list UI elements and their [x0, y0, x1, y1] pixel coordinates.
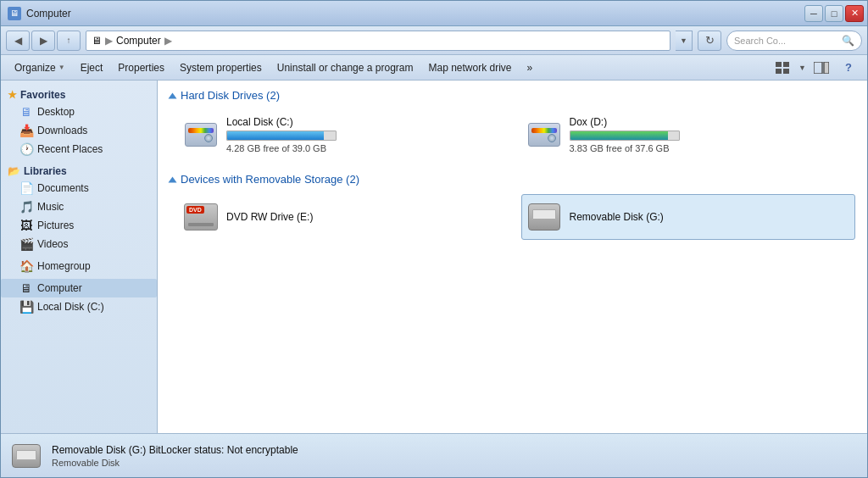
homegroup-icon: 🏠 — [19, 259, 33, 273]
window-title: Computer — [26, 8, 71, 19]
more-label: » — [527, 62, 533, 74]
search-icon[interactable]: 🔍 — [842, 35, 854, 47]
back-button[interactable]: ◀ — [6, 31, 30, 51]
svg-rect-2 — [776, 69, 782, 74]
hdd-circle-c — [204, 134, 213, 142]
close-button[interactable]: ✕ — [845, 5, 864, 22]
map-network-button[interactable]: Map network drive — [421, 58, 518, 78]
local-disk-c-item[interactable]: Local Disk (C:) 4.28 GB free of 39.0 GB — [178, 110, 513, 159]
view-options-button[interactable] — [771, 58, 795, 78]
documents-icon: 📄 — [19, 181, 33, 195]
organize-label: Organize — [14, 62, 56, 74]
favorites-star-icon: ★ — [8, 89, 17, 101]
sidebar-item-label-documents: Documents — [37, 182, 89, 194]
libraries-section: 📂 Libraries 📄 Documents 🎵 Music 🖼 Pictur… — [1, 162, 157, 253]
eject-label: Eject — [81, 62, 103, 74]
dox-d-item[interactable]: Dox (D:) 3.83 GB free of 37.6 GB — [521, 110, 856, 159]
window: 🖥 Computer ─ □ ✕ ◀ ▶ ↑ 🖥 ▶ Computer ▶ ▼ … — [0, 0, 868, 478]
path-text: Computer — [116, 35, 161, 47]
sidebar-item-documents[interactable]: 📄 Documents — [1, 179, 157, 197]
address-bar: ◀ ▶ ↑ 🖥 ▶ Computer ▶ ▼ ↻ Search Co... 🔍 — [1, 26, 867, 55]
sidebar-item-label-videos: Videos — [37, 238, 68, 250]
sidebar-item-label-desktop: Desktop — [37, 106, 75, 118]
local-disk-c-bar-bg — [226, 131, 337, 141]
forward-button[interactable]: ▶ — [31, 31, 55, 51]
uninstall-button[interactable]: Uninstall or change a program — [270, 58, 420, 78]
sidebar-item-local-disk-c[interactable]: 💾 Local Disk (C:) — [1, 297, 157, 316]
dox-d-info: Dox (D:) 3.83 GB free of 37.6 GB — [570, 116, 680, 153]
search-box[interactable]: Search Co... 🔍 — [726, 31, 862, 51]
removable-disk-g-name: Removable Disk (G:) — [570, 211, 664, 223]
videos-icon: 🎬 — [19, 237, 33, 251]
sidebar-item-music[interactable]: 🎵 Music — [1, 197, 157, 216]
computer-icon: 🖥 — [8, 7, 21, 20]
libraries-label: 📂 Libraries — [1, 162, 157, 179]
downloads-icon: 📥 — [19, 124, 33, 137]
dox-d-bar-fill — [570, 131, 668, 140]
hdd-body-c — [185, 123, 217, 147]
favorites-label: ★ Favorites — [1, 86, 157, 103]
sidebar-item-computer[interactable]: 🖥 Computer — [1, 279, 157, 297]
recent-icon: 🕐 — [19, 142, 33, 156]
sidebar-item-desktop[interactable]: 🖥 Desktop — [1, 103, 157, 121]
local-disk-c-drive-icon — [184, 118, 218, 152]
local-disk-c-name: Local Disk (C:) — [226, 116, 337, 128]
title-bar-left: 🖥 Computer — [8, 7, 71, 20]
homegroup-section: 🏠 Homegroup — [1, 257, 157, 275]
status-usb-label — [16, 450, 36, 460]
hard-disk-drives-grid: Local Disk (C:) 4.28 GB free of 39.0 GB — [170, 110, 855, 159]
favorites-text: Favorites — [20, 89, 65, 101]
sidebar-item-downloads[interactable]: 📥 Downloads — [1, 121, 157, 140]
favorites-section: ★ Favorites 🖥 Desktop 📥 Downloads 🕐 Rece… — [1, 86, 157, 158]
toolbar-right: ▼ ? — [771, 58, 860, 78]
maximize-button[interactable]: □ — [825, 5, 843, 22]
removable-disk-g-item[interactable]: Removable Disk (G:) — [521, 194, 856, 240]
sidebar-item-homegroup[interactable]: 🏠 Homegroup — [1, 257, 157, 275]
path-icon: 🖥 — [92, 35, 102, 47]
svg-rect-1 — [783, 62, 789, 67]
local-disk-c-bar-fill — [227, 131, 324, 140]
status-text-block: Removable Disk (G:) BitLocker status: No… — [52, 444, 298, 468]
sidebar-item-pictures[interactable]: 🖼 Pictures — [1, 216, 157, 235]
local-disk-c-size: 4.28 GB free of 39.0 GB — [226, 143, 337, 153]
sidebar-item-videos[interactable]: 🎬 Videos — [1, 235, 157, 253]
computer-sidebar-icon: 🖥 — [19, 281, 33, 295]
title-bar: 🖥 Computer ─ □ ✕ — [1, 1, 867, 26]
sidebar-item-label-music: Music — [37, 201, 64, 213]
preview-pane-button[interactable] — [810, 58, 833, 78]
hdd-stripe-c — [188, 128, 214, 133]
hard-disk-section-header: Hard Disk Drives (2) — [170, 89, 855, 102]
desktop-icon: 🖥 — [19, 105, 33, 119]
address-path[interactable]: 🖥 ▶ Computer ▶ — [86, 31, 670, 51]
dvd-drive-e-info: DVD RW Drive (E:) — [226, 211, 313, 223]
system-properties-label: System properties — [180, 62, 262, 74]
view-dropdown-icon[interactable]: ▼ — [798, 64, 806, 72]
properties-label: Properties — [118, 62, 164, 74]
properties-button[interactable]: Properties — [111, 58, 171, 78]
main-content: ★ Favorites 🖥 Desktop 📥 Downloads 🕐 Rece… — [1, 81, 867, 433]
organize-button[interactable]: Organize ▼ — [8, 58, 72, 78]
eject-button[interactable]: Eject — [74, 58, 110, 78]
path-arrow2: ▶ — [164, 35, 172, 47]
minimize-button[interactable]: ─ — [804, 5, 823, 22]
dvd-drive-e-item[interactable]: DVD DVD RW Drive (E:) — [178, 194, 513, 240]
help-button[interactable]: ? — [837, 58, 860, 78]
dvd-drive-e-name: DVD RW Drive (E:) — [226, 211, 313, 223]
hard-disk-section-title: Hard Disk Drives (2) — [181, 89, 280, 102]
address-dropdown-button[interactable]: ▼ — [676, 31, 693, 51]
more-button[interactable]: » — [520, 58, 540, 78]
system-properties-button[interactable]: System properties — [173, 58, 269, 78]
removable-section-title: Devices with Removable Storage (2) — [181, 173, 359, 186]
removable-disk-g-icon — [527, 200, 561, 234]
sidebar-item-label-pictures: Pictures — [37, 220, 74, 231]
refresh-button[interactable]: ↻ — [698, 31, 721, 51]
usb-label — [532, 209, 556, 220]
title-bar-controls: ─ □ ✕ — [804, 5, 864, 22]
local-disk-c-icon: 💾 — [19, 300, 33, 314]
svg-rect-5 — [824, 62, 829, 74]
sidebar-item-label-local-disk-c: Local Disk (C:) — [37, 301, 104, 313]
removable-triangle-icon — [169, 176, 177, 182]
sidebar: ★ Favorites 🖥 Desktop 📥 Downloads 🕐 Rece… — [1, 81, 158, 433]
sidebar-item-recent[interactable]: 🕐 Recent Places — [1, 140, 157, 158]
up-button[interactable]: ↑ — [57, 31, 81, 51]
